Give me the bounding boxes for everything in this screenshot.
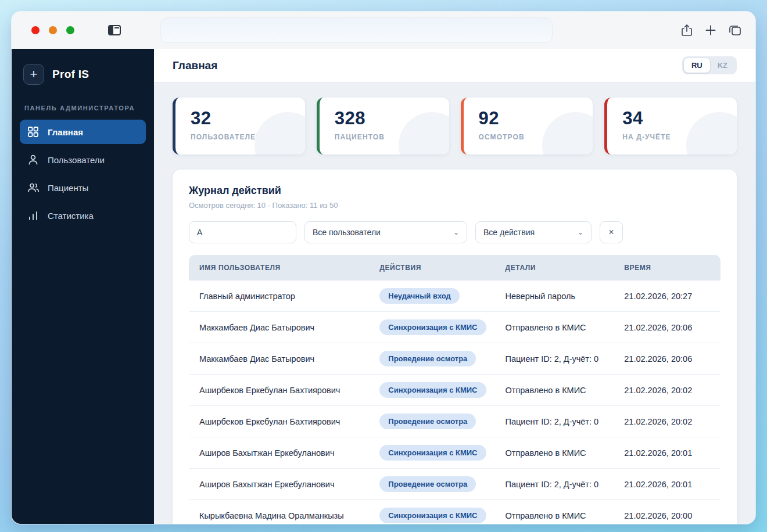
minimize-button[interactable] (49, 26, 57, 34)
bar-chart-icon (27, 209, 40, 222)
cell-user-name: Кырыкбаевна Мадина Оралманкызы (199, 511, 379, 520)
cell-time: 21.02.2026, 20:06 (624, 323, 710, 332)
logo-plus-icon: + (23, 64, 44, 85)
sidebar-item-home[interactable]: Главная (20, 120, 146, 144)
users-icon (27, 181, 40, 194)
sidebar-item-label: Главная (48, 127, 83, 137)
cell-detail: Неверный пароль (506, 292, 625, 301)
table-row: Маккамбаев Диас БатыровичПроведение осмо… (189, 343, 721, 375)
table-row: Аширов Бахытжан ЕркебулановичСинхронизац… (189, 437, 721, 469)
chevron-down-icon: ⌄ (453, 228, 459, 236)
stat-card: 92ОСМОТРОВ (461, 98, 593, 154)
actions-filter-select[interactable]: Все действия ⌄ (475, 221, 592, 243)
cell-action: Синхронизация с КМИС (379, 508, 505, 523)
cell-time: 21.02.2026, 20:00 (624, 511, 710, 520)
cell-detail: Отправлено в КМИС (506, 386, 625, 395)
sidebar: + Prof IS ПАНЕЛЬ АДМИНИСТРАТОРА ГлавнаяП… (12, 49, 154, 524)
cell-user-name: Главный администратор (199, 292, 379, 301)
search-input[interactable] (189, 221, 296, 243)
table-row: Аширов Бахытжан ЕркебулановичПроведение … (189, 469, 721, 500)
journal-card: Журнал действий Осмотров сегодня: 10 · П… (173, 170, 737, 524)
page-title: Главная (173, 59, 217, 72)
journal-title: Журнал действий (189, 185, 721, 197)
cell-action: Синхронизация с КМИС (379, 382, 505, 398)
table-row: Маккамбаев Диас БатыровичСинхронизация с… (189, 312, 721, 343)
journal-table: ИМЯ ПОЛЬЗОВАТЕЛЯДЕЙСТВИЯДЕТАЛИВРЕМЯ Глав… (189, 255, 721, 524)
cell-action: Синхронизация с КМИС (379, 319, 505, 335)
cell-time: 21.02.2026, 20:02 (624, 386, 710, 395)
user-icon (27, 153, 40, 166)
cell-user-name: Аширбеков Еркебулан Бахтиярович (199, 386, 379, 395)
column-header: ВРЕМЯ (624, 264, 710, 272)
page-header: Главная RU KZ (154, 49, 755, 82)
journal-filters: Все пользователи ⌄ Все действия ⌄ × (189, 221, 721, 243)
language-toggle: RU KZ (682, 56, 737, 74)
column-header: ДЕТАЛИ (506, 264, 625, 272)
main-area: Главная RU KZ 32ПОЛЬЗОВАТЕЛЕЙ328ПАЦИЕНТО… (154, 49, 755, 524)
action-badge: Синхронизация с КМИС (379, 382, 486, 398)
action-badge: Синхронизация с КМИС (379, 319, 486, 335)
sidebar-item-label: Статистика (48, 211, 94, 221)
traffic-lights (31, 26, 74, 34)
cell-detail: Пациент ID: 2, Д-учёт: 0 (506, 480, 625, 489)
cell-time: 21.02.2026, 20:02 (624, 417, 710, 426)
cell-action: Проведение осмотра (379, 476, 505, 492)
table-row: Аширбеков Еркебулан БахтияровичПроведени… (189, 406, 721, 437)
sidebar-item-patients[interactable]: Пациенты (20, 175, 146, 200)
grid-icon (27, 125, 40, 138)
sidebar-section-label: ПАНЕЛЬ АДМИНИСТРАТОРА (20, 100, 146, 120)
app-window: + Prof IS ПАНЕЛЬ АДМИНИСТРАТОРА ГлавнаяП… (12, 12, 755, 524)
cell-time: 21.02.2026, 20:06 (624, 354, 710, 364)
stat-card: 34НА Д-УЧЁТЕ (604, 98, 737, 154)
cell-user-name: Маккамбаев Диас Батырович (199, 354, 379, 364)
stat-card: 32ПОЛЬЗОВАТЕЛЕЙ (173, 98, 305, 154)
table-row: Главный администраторНеудачный входНевер… (189, 281, 721, 312)
users-filter-select[interactable]: Все пользователи ⌄ (304, 221, 467, 243)
cell-action: Проведение осмотра (379, 414, 505, 429)
cell-detail: Отправлено в КМИС (506, 511, 625, 520)
cell-detail: Отправлено в КМИС (506, 448, 625, 458)
titlebar (12, 12, 755, 49)
sidebar-item-label: Пользователи (48, 155, 105, 165)
table-body: Главный администраторНеудачный входНевер… (189, 281, 721, 524)
sidebar-item-statistics[interactable]: Статистика (20, 203, 146, 228)
app-name: Prof IS (52, 68, 89, 81)
cell-detail: Пациент ID: 2, Д-учёт: 0 (506, 354, 625, 364)
lang-kz-button[interactable]: KZ (710, 58, 735, 73)
journal-subtitle: Осмотров сегодня: 10 · Показано: 11 из 5… (189, 201, 721, 210)
table-row: Кырыкбаевна Мадина ОралманкызыСинхрониза… (189, 500, 721, 524)
share-icon[interactable] (681, 24, 693, 37)
cell-user-name: Маккамбаев Диас Батырович (199, 323, 379, 332)
sidebar-nav: ГлавнаяПользователиПациентыСтатистика (20, 120, 146, 228)
cell-action: Неудачный вход (379, 288, 505, 304)
action-badge: Проведение осмотра (379, 476, 476, 492)
tab-overview-icon[interactable] (729, 24, 741, 36)
table-header: ИМЯ ПОЛЬЗОВАТЕЛЯДЕЙСТВИЯДЕТАЛИВРЕМЯ (189, 255, 721, 281)
close-button[interactable] (31, 26, 40, 34)
cell-detail: Отправлено в КМИС (506, 323, 625, 332)
table-row: Аширбеков Еркебулан БахтияровичСинхрониз… (189, 375, 721, 406)
new-tab-icon[interactable] (705, 25, 716, 35)
action-badge: Проведение осмотра (379, 414, 476, 429)
sidebar-item-label: Пациенты (48, 183, 88, 193)
action-badge: Неудачный вход (379, 288, 460, 304)
cell-action: Синхронизация с КМИС (379, 445, 505, 461)
cell-detail: Пациент ID: 2, Д-учёт: 0 (506, 417, 625, 426)
cell-time: 21.02.2026, 20:27 (624, 292, 710, 301)
action-badge: Синхронизация с КМИС (379, 445, 486, 461)
address-bar[interactable] (160, 17, 553, 43)
column-header: ИМЯ ПОЛЬЗОВАТЕЛЯ (199, 264, 379, 272)
clear-filters-button[interactable]: × (600, 221, 623, 243)
zoom-button[interactable] (66, 26, 74, 34)
cell-user-name: Аширов Бахытжан Еркебуланович (199, 448, 379, 458)
cell-time: 21.02.2026, 20:01 (624, 448, 710, 458)
lang-ru-button[interactable]: RU (684, 58, 710, 73)
cell-user-name: Аширов Бахытжан Еркебуланович (199, 480, 379, 489)
action-badge: Проведение осмотра (379, 351, 476, 366)
cell-user-name: Аширбеков Еркебулан Бахтиярович (199, 417, 379, 426)
sidebar-item-users[interactable]: Пользователи (20, 148, 146, 172)
cell-time: 21.02.2026, 20:01 (624, 480, 710, 489)
sidebar-toggle-icon[interactable] (108, 25, 121, 35)
app-logo: + Prof IS (20, 62, 146, 100)
chevron-down-icon: ⌄ (578, 228, 583, 236)
